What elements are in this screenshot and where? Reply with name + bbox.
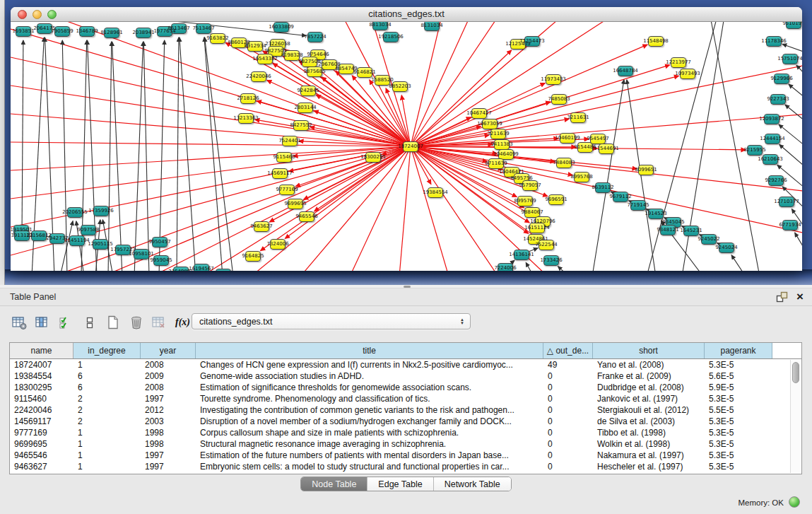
table-cell[interactable]: Jankovic et al. (1997) xyxy=(593,393,705,404)
tab-edge-table[interactable]: Edge Table xyxy=(367,477,433,491)
graph-node[interactable] xyxy=(157,26,172,37)
graph-node[interactable] xyxy=(302,57,317,67)
column-header-in_degree[interactable]: in_degree xyxy=(73,343,141,358)
table-cell[interactable]: Nakamura et al. (1997) xyxy=(593,450,705,461)
table-cell[interactable]: Franke et al. (2009) xyxy=(593,370,705,382)
graph-node[interactable] xyxy=(488,158,504,169)
graph-node[interactable] xyxy=(392,81,408,92)
graph-node[interactable] xyxy=(31,230,47,241)
table-cell[interactable]: 18724007 xyxy=(10,359,73,370)
graph-node[interactable] xyxy=(618,66,633,76)
table-cell[interactable]: 6 xyxy=(73,370,141,382)
graph-node[interactable] xyxy=(648,36,664,47)
graph-node[interactable] xyxy=(498,263,513,271)
table-row[interactable]: 946554611997Estimation of the future num… xyxy=(10,450,801,461)
graph-node[interactable] xyxy=(770,94,786,105)
graph-node[interactable] xyxy=(16,26,31,37)
graph-node[interactable] xyxy=(648,209,664,219)
table-cell[interactable]: 5.9E-5 xyxy=(705,382,772,393)
table-cell[interactable]: 0 xyxy=(543,404,593,416)
graph-node[interactable] xyxy=(300,86,316,96)
network-canvas[interactable]: 1872400791638228860128891293423226058982… xyxy=(11,22,802,271)
row-height-button[interactable] xyxy=(80,313,99,332)
table-row[interactable]: 946362711997Embryonic stem cells: a mode… xyxy=(10,461,801,472)
table-cell[interactable]: 0 xyxy=(543,416,593,427)
table-cell[interactable]: 2 xyxy=(73,393,141,404)
table-row[interactable]: 1456911722003Disruption of a novel membe… xyxy=(10,416,801,427)
graph-node[interactable] xyxy=(764,114,779,124)
tab-network-table[interactable]: Network Table xyxy=(434,477,511,491)
graph-node[interactable] xyxy=(747,145,763,156)
graph-node[interactable] xyxy=(257,54,273,64)
graph-node[interactable] xyxy=(115,245,131,255)
graph-node[interactable] xyxy=(49,233,65,244)
table-cell[interactable]: Investigating the contribution of common… xyxy=(196,404,543,416)
graph-node[interactable] xyxy=(660,225,676,235)
table-row[interactable]: 911546021997Tourette syndrome. Phenomeno… xyxy=(10,393,801,404)
table-cell[interactable]: 49 xyxy=(543,359,593,370)
close-panel-icon[interactable]: × xyxy=(796,291,804,303)
graph-node[interactable] xyxy=(630,200,646,211)
graph-node[interactable] xyxy=(774,74,789,84)
graph-node[interactable] xyxy=(272,168,288,179)
table-cell[interactable]: 5.3E-5 xyxy=(705,461,772,472)
table-cell[interactable]: 22420046 xyxy=(10,404,73,416)
table-cell[interactable]: Estimation of significance thresholds fo… xyxy=(196,382,543,393)
table-cell[interactable]: 9699695 xyxy=(10,438,73,450)
table-row[interactable]: 1872400712008Changes of HCN gene express… xyxy=(10,359,801,370)
graph-node[interactable] xyxy=(365,152,381,163)
table-row[interactable]: 969969511998Structural magnetic resonanc… xyxy=(10,438,801,450)
graph-node[interactable] xyxy=(254,221,269,232)
table-cell[interactable]: 9777169 xyxy=(10,427,73,438)
table-cell[interactable]: Dudbridge et al. (2008) xyxy=(593,382,705,393)
graph-node[interactable] xyxy=(556,158,572,168)
table-cell[interactable]: 1997 xyxy=(141,450,196,461)
graph-node[interactable] xyxy=(766,36,782,47)
table-cell[interactable]: 5.3E-5 xyxy=(705,450,772,461)
graph-node[interactable] xyxy=(375,75,390,86)
table-cell[interactable]: Corpus callosum shape and size in male p… xyxy=(196,427,543,438)
graph-node[interactable] xyxy=(245,251,261,262)
table-cell[interactable]: Estimation of the future numbers of pati… xyxy=(196,450,543,461)
float-window-icon[interactable] xyxy=(776,291,788,303)
table-row[interactable]: 977716911998Corpus callosum shape and si… xyxy=(10,427,801,438)
graph-node[interactable] xyxy=(270,239,286,250)
graph-node[interactable] xyxy=(424,22,440,31)
table-cell[interactable]: 0 xyxy=(543,461,593,472)
table-cell[interactable]: 5.5E-5 xyxy=(705,404,772,416)
graph-node[interactable] xyxy=(548,194,564,205)
splitter-grip[interactable] xyxy=(404,286,411,288)
graph-node[interactable] xyxy=(522,180,538,191)
graph-node[interactable] xyxy=(210,33,225,44)
graph-node[interactable] xyxy=(93,206,109,216)
graph-node[interactable] xyxy=(279,185,295,195)
table-row[interactable]: 1938455462009Genome-wide association stu… xyxy=(10,370,801,382)
graph-node[interactable] xyxy=(471,108,487,119)
table-cell[interactable]: Embryonic stem cells: a model to study s… xyxy=(196,461,543,472)
graph-node[interactable] xyxy=(93,239,108,250)
graph-node[interactable] xyxy=(288,199,303,209)
graph-node[interactable] xyxy=(403,141,418,152)
table-cell[interactable]: 0 xyxy=(543,450,593,461)
graph-node[interactable] xyxy=(171,23,187,34)
table-cell[interactable]: Changes of HCN gene expression and I(f) … xyxy=(196,359,543,370)
graph-node[interactable] xyxy=(782,54,798,64)
graph-node[interactable] xyxy=(551,94,567,105)
table-row[interactable]: 2242004622012Investigating the contribut… xyxy=(10,404,801,416)
table-cell[interactable]: 1997 xyxy=(141,393,196,404)
graph-node[interactable] xyxy=(701,234,717,245)
graph-node[interactable] xyxy=(322,59,337,70)
graph-node[interactable] xyxy=(276,152,292,163)
table-cell[interactable]: 2008 xyxy=(141,359,196,370)
graph-node[interactable] xyxy=(247,41,263,52)
table-cell[interactable]: 0 xyxy=(543,370,593,382)
graph-node[interactable] xyxy=(307,66,322,77)
graph-node[interactable] xyxy=(786,22,801,29)
graph-node[interactable] xyxy=(67,207,83,218)
graph-node[interactable] xyxy=(81,225,96,235)
column-header-year[interactable]: year xyxy=(141,343,196,358)
table-cell[interactable]: 5.3E-5 xyxy=(705,359,772,370)
graph-node[interactable] xyxy=(284,50,300,61)
graph-node[interactable] xyxy=(574,172,589,182)
graph-node[interactable] xyxy=(671,57,686,68)
